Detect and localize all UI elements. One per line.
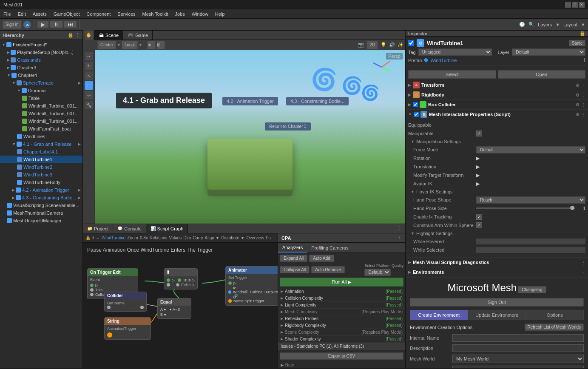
menu-component[interactable]: Component [83, 9, 114, 18]
collapse-all-btn[interactable]: Collapse All [280, 266, 310, 273]
scale-tool[interactable]: ⤡ [85, 71, 93, 80]
rect-tool[interactable]: □ [85, 81, 93, 90]
cpa-row-shader[interactable]: ▶ Shader Complexity (Passed) [278, 336, 405, 343]
auto-remove-btn[interactable]: Auto Remove [311, 266, 345, 273]
comp-header-rigidbody[interactable]: ▶ ⬡ Rigidbody ⚙ ⋮ [406, 90, 588, 99]
hierarchy-item[interactable]: ▶ 4.3 - Constraining Bodie... ▶ [0, 194, 82, 202]
export-csv-btn[interactable]: Export to CSV [280, 352, 403, 360]
layout-dropdown-icon[interactable]: ▼ [581, 22, 585, 27]
maximize-btn[interactable]: □ [572, 2, 578, 8]
cpa-row-rigidbody[interactable]: ▶ Rigidbody Complexity (Passed) [278, 322, 405, 329]
sg-info[interactable]: ℹ [92, 236, 94, 240]
hierarchy-item[interactable]: MeshUniqueldManager [0, 217, 82, 224]
expand-all-btn[interactable]: Expand All [280, 255, 307, 262]
hierarchy-item[interactable]: ▶ Chapter3 [0, 64, 82, 71]
auto-add-btn[interactable]: Auto Add [309, 255, 334, 262]
static-badge[interactable]: Static [569, 40, 585, 46]
effects-icon[interactable]: ✨ [398, 42, 403, 48]
hand-tool[interactable]: ✋ [85, 31, 93, 40]
comp-header-mesh-interactable[interactable]: ▼ 📜 Mesh Interactable Properties (Script… [406, 110, 588, 119]
hand-pose-select[interactable]: Reach [476, 196, 585, 204]
section-highlight[interactable]: ▼ Highlight Settings [408, 230, 585, 237]
hierarchy-lock-icon[interactable]: 🔒 [68, 32, 74, 38]
audio-icon[interactable]: 🔊 [389, 42, 395, 48]
hierarchy-item[interactable]: ▶ PlaymodeSetup [NoUplo...] [0, 48, 82, 56]
menu-edit[interactable]: Edit [14, 9, 29, 18]
open-button[interactable]: Open [498, 70, 586, 79]
comp-menu-icon[interactable]: ⋮ [581, 270, 585, 275]
note-row[interactable]: ▶ Note [278, 362, 405, 368]
menu-window[interactable]: Window [188, 9, 212, 18]
hierarchy-item[interactable]: WindTurbineBody [0, 179, 82, 186]
sg-relations[interactable]: Relations [150, 236, 168, 240]
pause-button[interactable]: ⏸ [50, 21, 62, 28]
hierarchy-item[interactable]: Windmill_Turbine_001... [0, 102, 82, 110]
hierarchy-item[interactable]: ▶ Grasslands [0, 56, 82, 64]
script-graph-tab[interactable]: 📊 Script Graph [146, 224, 188, 233]
hierarchy-item[interactable]: ▼ Diorama [0, 87, 82, 94]
sg-carry[interactable]: Carry [193, 236, 203, 240]
section-hover-ik[interactable]: ▼ Hover IK Settings [408, 188, 585, 195]
prefab-info-icon[interactable]: ℹ [584, 57, 585, 63]
comp-menu-icon[interactable]: ⋮ [581, 93, 585, 97]
menu-assets[interactable]: Assets [29, 9, 50, 18]
section-manipulation[interactable]: ▼ Manipulation Settings [408, 138, 585, 145]
profiling-tab[interactable]: Profiling Cameras [307, 243, 352, 253]
refresh-btn[interactable]: Refresh List of Mesh Worlds [525, 324, 584, 331]
scene-tool-1[interactable]: ⊕ [147, 41, 156, 49]
bottom-panel-menu[interactable]: ⋮ [394, 226, 405, 231]
select-button[interactable]: Select [408, 70, 496, 79]
center-dropdown-icon[interactable]: ▼ [117, 43, 121, 47]
changelog-btn[interactable]: Changelog [518, 286, 546, 293]
scene-tool-2[interactable]: ⊞ [156, 41, 165, 49]
hierarchy-item[interactable]: WindLines [0, 133, 82, 140]
env-mesh-world-select[interactable]: My Mesh World [452, 355, 584, 363]
project-tab[interactable]: 📁 Project [83, 224, 113, 233]
lighting-icon[interactable]: 💡 [381, 42, 386, 48]
hierarchy-item[interactable]: ▼ FinishedProject* [0, 41, 82, 48]
hierarchy-item[interactable]: Windmill_Turbine_001... [0, 117, 82, 125]
hand-pose-size-slider[interactable]: 1 [476, 206, 585, 211]
hierarchy-item[interactable]: VisualScripting SceneVariable... [0, 202, 82, 209]
menu-help[interactable]: Help [212, 9, 228, 18]
tag-select[interactable]: Untagged [418, 48, 492, 56]
constrain-arm-checkbox[interactable] [476, 222, 482, 228]
center-dropdown[interactable]: Center [97, 41, 116, 49]
console-tab[interactable]: 💬 Console [113, 224, 146, 233]
layer-select[interactable]: Default [512, 48, 585, 56]
game-tab[interactable]: 🎮 Game [123, 31, 153, 40]
manipulable-checkbox[interactable] [476, 131, 482, 136]
hierarchy-item[interactable]: ▼ 4.1 - Grab and Release ▶ [0, 140, 82, 148]
layers-dropdown-icon[interactable]: ▼ [555, 22, 560, 27]
inspector-lock-icon[interactable]: 🔒 [579, 31, 585, 36]
comp-menu-icon[interactable]: ⋮ [581, 112, 585, 117]
mesh-interactable-enabled[interactable] [414, 112, 419, 117]
history-icon[interactable]: 🕐 [519, 22, 525, 27]
move-tool[interactable]: ↔ [85, 52, 93, 60]
menu-jobs[interactable]: Jobs [171, 9, 188, 18]
selected-swatch[interactable] [476, 247, 585, 253]
cpa-row-collision[interactable]: ▶ Collision Complexity (Passed) [278, 295, 405, 302]
account-icon[interactable]: ☁ [23, 21, 31, 28]
transform-tool[interactable]: ⊹ [85, 91, 93, 99]
comp-header-diagnostics[interactable]: ▶ Mesh Visual Scripting Diagnostics ⋮ [406, 258, 588, 267]
hierarchy-menu-icon[interactable]: ⋮ [75, 32, 80, 38]
comp-settings-icon[interactable]: ⚙ [576, 83, 579, 88]
comp-header-environments[interactable]: ▶ Environments ⋮ [406, 267, 588, 277]
signin-button[interactable]: Sign in [3, 20, 22, 29]
rotate-tool[interactable]: ↻ [85, 62, 93, 70]
box-collider-enabled[interactable] [413, 102, 418, 107]
prefab-link[interactable]: WindTurbine [430, 58, 457, 63]
sg-arrows[interactable]: ↔ [96, 236, 100, 240]
force-mode-select[interactable]: Default [476, 146, 585, 153]
cpa-row-scene[interactable]: ▶ Scene Complexity (Requires Play Mode) [278, 329, 405, 336]
menu-file[interactable]: File [0, 9, 14, 18]
cpa-row-animation[interactable]: ▶ Animation (Passed) [278, 288, 405, 295]
menu-mesh-toolkit[interactable]: Mesh Toolkit [139, 9, 172, 18]
hierarchy-item[interactable]: Table [0, 94, 82, 102]
sg-node-string[interactable]: String AnimationTrigger [104, 317, 151, 340]
cpa-row-mesh[interactable]: ▶ Mesh Complexity (Requires Play Mode) [278, 309, 405, 315]
sg-node-collider[interactable]: Collider Get Name [104, 292, 147, 312]
hierarchy-item-selected[interactable]: WindTurbine1 [0, 156, 82, 163]
hierarchy-item[interactable]: ChapterLabel4.1 [0, 148, 82, 156]
